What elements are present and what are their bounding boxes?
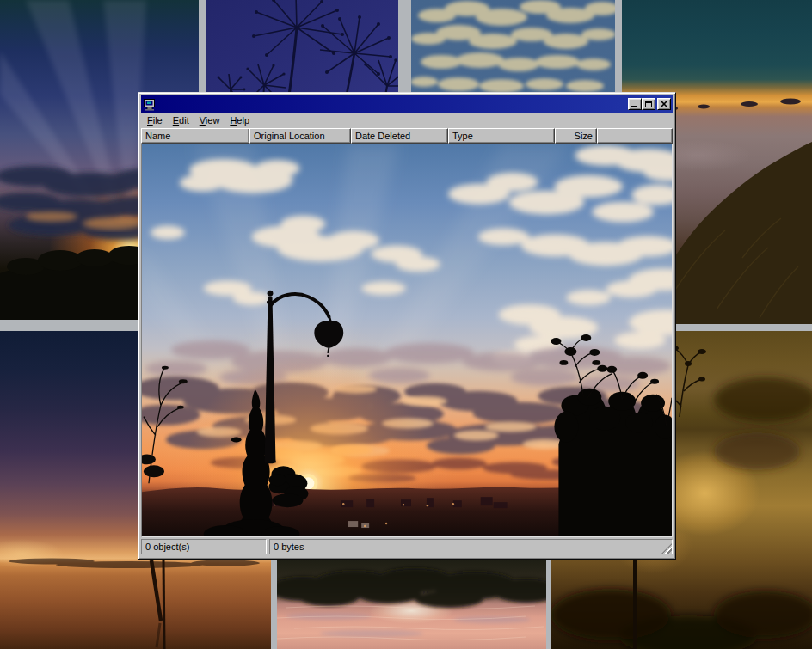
column-headers: Name Original Location Date Deleted Type… xyxy=(141,128,673,144)
column-header-original-location[interactable]: Original Location xyxy=(249,128,351,144)
menu-bar: File Edit View Help xyxy=(141,113,673,128)
maximize-button[interactable] xyxy=(642,98,655,110)
file-list-area[interactable] xyxy=(141,144,673,537)
recycle-bin-window: File Edit View Help Name Original Locati… xyxy=(138,92,676,560)
column-header-date-deleted[interactable]: Date Deleted xyxy=(351,128,448,144)
column-header-name[interactable]: Name xyxy=(141,128,249,144)
titlebar[interactable] xyxy=(141,95,673,113)
status-bar: 0 object(s) 0 bytes xyxy=(141,539,673,556)
maximize-icon xyxy=(645,101,652,107)
column-header-size[interactable]: Size xyxy=(555,128,597,144)
close-icon xyxy=(661,101,667,107)
menu-view[interactable]: View xyxy=(194,114,225,127)
column-header-filler[interactable] xyxy=(597,128,673,144)
column-header-type[interactable]: Type xyxy=(448,128,555,144)
close-button[interactable] xyxy=(657,98,671,110)
menu-file[interactable]: File xyxy=(142,114,168,127)
computer-icon xyxy=(143,98,157,111)
desktop: { "desktop": { "background_color": "#b2b… xyxy=(0,0,812,649)
minimize-icon xyxy=(631,106,637,107)
menu-help[interactable]: Help xyxy=(225,114,255,127)
menu-edit[interactable]: Edit xyxy=(168,114,194,127)
sunset-photo xyxy=(142,144,672,536)
minimize-button[interactable] xyxy=(628,98,642,110)
status-object-count: 0 object(s) xyxy=(141,539,267,554)
status-byte-count: 0 bytes xyxy=(269,539,673,554)
